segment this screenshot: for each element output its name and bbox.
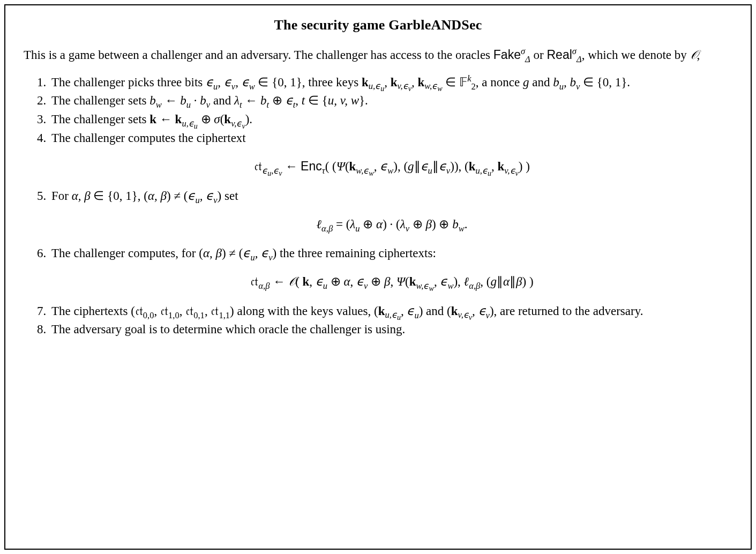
text: ⊕ [269, 94, 286, 107]
text: ) the three remaining ciphertexts: [273, 246, 436, 260]
step-1: The challenger picks three bits ϵu, ϵv, … [49, 74, 732, 92]
oracle-fake: FakeσΔ [493, 48, 530, 62]
text: ∈ [443, 76, 460, 89]
oracle-symbol: 𝒪 [690, 48, 697, 62]
text: The challenger picks three bits [51, 76, 206, 89]
text: and [529, 76, 553, 89]
text: }. [359, 94, 368, 107]
oracle-real: RealσΔ [547, 48, 582, 62]
text: The challenger sets [51, 94, 149, 107]
text: , [697, 48, 700, 62]
text: ∈ { [305, 94, 328, 107]
text: ∈ {0, 1}, three keys [255, 76, 362, 89]
text: The challenger sets [51, 113, 149, 126]
text: This is a game between a challenger and … [24, 48, 493, 62]
text: ) and ( [419, 304, 451, 318]
text: ). [245, 113, 252, 126]
box-title: The security game GarbleANDSec [24, 17, 732, 33]
text: ← [156, 113, 175, 126]
text: ) set [218, 189, 238, 203]
intro-paragraph: This is a game between a challenger and … [24, 46, 732, 64]
step-7: The ciphertexts (𝔠𝔱0,0, 𝔠𝔱1,0, 𝔠𝔱0,1, 𝔠𝔱… [49, 303, 732, 320]
text: , a nonce [476, 76, 523, 89]
text: The challenger computes, for ( [51, 246, 203, 260]
step-2: The challenger sets bw ← bu · bv and λt … [49, 92, 732, 110]
text: ) along with the keys values, ( [230, 304, 378, 318]
text: or [530, 48, 547, 62]
text: ∈ {0, 1}. [580, 76, 630, 89]
step-4: The challenger computes the ciphertext 𝔠… [49, 130, 732, 176]
text: , which we denote by [582, 48, 690, 62]
text: ) ≠ ( [222, 246, 243, 260]
text: The adversary goal is to determine which… [51, 323, 405, 336]
text: , [295, 94, 302, 107]
definition-box: The security game GarbleANDSec This is a… [4, 4, 752, 550]
step-3: The challenger sets k ← ku,ϵu ⊕ σ(kv,ϵv)… [49, 111, 732, 129]
text: For [51, 189, 72, 203]
equation-ell: ℓα,β = (λu ⊕ α) · (λv ⊕ β) ⊕ bw. [51, 216, 732, 234]
text: The challenger computes the ciphertext [51, 131, 246, 145]
step-6: The challenger computes, for (α, β) ≠ (ϵ… [49, 245, 732, 290]
text: ⊕ [198, 113, 214, 126]
equation-ct-epsilon: 𝔠𝔱ϵu,ϵv ← Encτ( (Ψ(kw,ϵw, ϵw), (g∥ϵu∥ϵv)… [51, 158, 732, 176]
text: The ciphertexts ( [51, 304, 135, 318]
text: ) ≠ ( [167, 189, 188, 203]
text: · [191, 94, 200, 107]
text: ), are returned to the adversary. [490, 304, 643, 318]
text: ← [162, 94, 181, 107]
equation-ct-alpha-beta: 𝔠𝔱α,β ← 𝒪( k, ϵu ⊕ α, ϵv ⊕ β, Ψ(kw,ϵw, ϵ… [51, 273, 732, 291]
step-8: The adversary goal is to determine which… [49, 321, 732, 339]
step-list: The challenger picks three bits ϵu, ϵv, … [24, 74, 732, 339]
text: ∈ {0, 1}, ( [91, 189, 148, 203]
text: ← [242, 94, 261, 107]
step-5: For α, β ∈ {0, 1}, (α, β) ≠ (ϵu, ϵv) set… [49, 188, 732, 233]
text: and [210, 94, 234, 107]
field-symbol: 𝔽 [459, 76, 467, 89]
